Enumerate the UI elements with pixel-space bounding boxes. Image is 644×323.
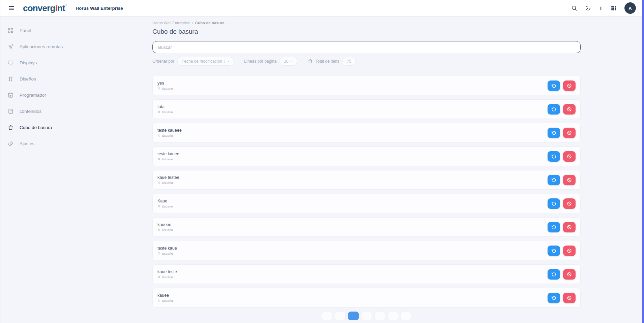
apps-grid-icon[interactable]	[611, 5, 617, 11]
restore-button[interactable]	[548, 293, 560, 303]
restore-button[interactable]	[548, 104, 560, 115]
trash-item-row: teste kaueee Usuario	[152, 123, 581, 142]
page-pill[interactable]	[401, 312, 411, 320]
calendar-plus-icon	[7, 92, 14, 98]
lines-per-page-value: 10	[284, 59, 288, 64]
item-type-label: Usuario	[162, 134, 173, 137]
sidebar-item-contenidos[interactable]: contenidos	[0, 103, 142, 119]
info-icon[interactable]: i	[599, 5, 603, 11]
dark-mode-icon[interactable]	[585, 5, 591, 11]
item-name: Kaue	[157, 199, 548, 203]
restore-button[interactable]	[548, 175, 560, 185]
search-icon[interactable]	[571, 5, 577, 11]
trash-icon	[308, 59, 313, 64]
delete-forever-button[interactable]	[563, 175, 576, 185]
frame-icon	[7, 76, 14, 82]
item-info: kaue teste Usuario	[157, 269, 548, 279]
restore-button[interactable]	[548, 128, 560, 138]
delete-forever-button[interactable]	[563, 246, 576, 256]
scrollbar-edge-strip[interactable]	[642, 0, 644, 323]
item-subtitle: Usuario	[157, 299, 548, 302]
delete-forever-button[interactable]	[563, 198, 576, 209]
page-pill[interactable]	[387, 312, 398, 320]
restore-button[interactable]	[548, 151, 560, 162]
page-pill[interactable]	[361, 312, 372, 320]
item-name: teste kauee	[157, 152, 548, 156]
page-pill-active[interactable]	[348, 312, 359, 320]
sidebar-item-label: contenidos	[20, 109, 41, 114]
trash-item-row: teste kaue Usuario	[152, 241, 581, 260]
ban-icon	[567, 225, 572, 230]
user-icon	[157, 87, 160, 90]
item-type-label: Usuario	[162, 110, 173, 114]
sidebar-item-displays[interactable]: Displays	[0, 55, 142, 71]
delete-forever-button[interactable]	[563, 151, 576, 162]
pagination	[152, 312, 581, 320]
trash-item-row: kaueee Usuario	[152, 217, 581, 237]
restore-icon	[551, 107, 556, 112]
delete-forever-button[interactable]	[563, 104, 576, 115]
delete-forever-button[interactable]	[563, 80, 576, 91]
user-icon	[157, 158, 160, 161]
trash-item-row: Kaue Usuario	[152, 194, 581, 213]
breadcrumb-current: Cubo de basura	[195, 21, 225, 25]
item-info: teste kauee Usuario	[157, 152, 548, 161]
lines-per-page-dropdown[interactable]: 10	[280, 57, 297, 66]
sidebar-item-ajustes[interactable]: Ajustes	[0, 135, 142, 152]
item-name: tata	[157, 104, 548, 109]
app-title: Horus Wall Enterprise	[76, 6, 123, 11]
restore-button[interactable]	[548, 80, 560, 91]
restore-button[interactable]	[548, 246, 560, 256]
page-pill[interactable]	[374, 312, 385, 320]
logo-part: nt	[57, 3, 65, 13]
sort-dropdown[interactable]: Fecha de modificación ↓	[177, 57, 234, 66]
sidebar-item-label: Aplicaciones remotas	[20, 44, 63, 49]
item-name: teste kaue	[157, 246, 548, 251]
page-pill[interactable]	[322, 312, 332, 320]
monitor-icon	[7, 60, 14, 66]
item-subtitle: Usuario	[157, 87, 548, 90]
trash-icon	[7, 124, 14, 131]
restore-button[interactable]	[548, 269, 560, 280]
delete-forever-button[interactable]	[563, 293, 576, 303]
total-items-label: Total de itens	[316, 59, 340, 64]
item-subtitle: Usuario	[157, 134, 548, 137]
item-name: kaue testee	[157, 175, 548, 180]
avatar[interactable]: A	[624, 2, 636, 14]
delete-forever-button[interactable]	[563, 269, 576, 280]
row-actions	[548, 175, 576, 185]
delete-forever-button[interactable]	[563, 128, 576, 138]
hamburger-menu-icon[interactable]	[9, 6, 14, 10]
restore-button[interactable]	[548, 198, 560, 209]
trash-item-row: kauee Usuario	[152, 288, 581, 308]
satellite-icon	[7, 43, 14, 50]
restore-icon	[551, 154, 556, 159]
item-type-label: Usuario	[162, 252, 173, 255]
item-subtitle: Usuario	[157, 252, 548, 255]
row-actions	[548, 104, 576, 115]
sidebar: Panel Aplicaciones remotas Displays Dise…	[0, 17, 142, 152]
item-info: kaueee Usuario	[157, 222, 548, 232]
item-type-label: Usuario	[162, 157, 173, 161]
sidebar-item-cubo-de-basura[interactable]: Cubo de basura	[0, 119, 142, 135]
row-actions	[548, 128, 576, 138]
breadcrumb: Horus Wall Enterprise / Cubo de basura	[152, 21, 581, 25]
sidebar-item-programador[interactable]: Programador	[0, 87, 142, 103]
sidebar-item-disenos[interactable]: Diseños	[0, 71, 142, 87]
restore-icon	[551, 248, 556, 253]
trash-item-row: tata Usuario	[152, 99, 581, 119]
user-icon	[157, 205, 160, 208]
page-pill[interactable]	[335, 312, 346, 320]
search-input[interactable]	[152, 41, 581, 53]
item-subtitle: Usuario	[157, 204, 548, 208]
breadcrumb-root-link[interactable]: Horus Wall Enterprise	[152, 21, 190, 25]
trash-item-row: kaue teste Usuario	[152, 264, 581, 284]
sort-label: Ordenar por	[152, 59, 174, 64]
restore-button[interactable]	[548, 222, 560, 232]
trademark-mark: ®	[65, 4, 67, 6]
sidebar-item-aplicaciones-remotas[interactable]: Aplicaciones remotas	[0, 38, 142, 55]
restore-icon	[551, 83, 556, 88]
user-icon	[157, 299, 160, 302]
sidebar-item-panel[interactable]: Panel	[0, 22, 142, 38]
delete-forever-button[interactable]	[563, 222, 576, 232]
